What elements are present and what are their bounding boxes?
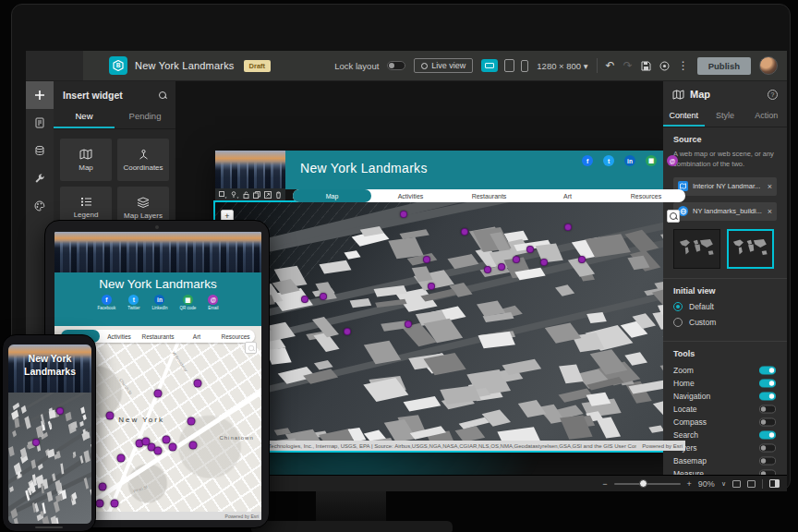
save-button[interactable]	[641, 61, 651, 71]
tab-action[interactable]: Action	[745, 107, 787, 127]
redo-button[interactable]: ↷	[623, 60, 633, 71]
tablet-search-button[interactable]	[245, 342, 257, 354]
canvas-zoom-slider[interactable]	[614, 483, 681, 485]
rail-theme-button[interactable]	[26, 192, 54, 220]
radio-custom[interactable]: Custom	[673, 318, 777, 327]
social-qr-code[interactable]: ▦	[646, 155, 657, 167]
landmark-marker[interactable]	[116, 453, 125, 462]
landmark-marker[interactable]	[189, 441, 198, 449]
landmark-marker[interactable]	[400, 211, 407, 218]
tablet-social-qr-code[interactable]: ▦QR code	[180, 295, 197, 310]
preview-tab-activities[interactable]: Activities	[371, 189, 450, 202]
tool-toggle-compass[interactable]	[759, 417, 776, 426]
landmark-marker[interactable]	[526, 246, 534, 253]
app-preview-desktop[interactable]: New York Landmarks ftin▦@ MapActivitiesR…	[215, 151, 685, 451]
widget-tile-coordinates[interactable]: Coordinates	[117, 139, 169, 181]
landmark-marker[interactable]	[106, 412, 115, 420]
delete-icon[interactable]	[275, 191, 282, 199]
map-widget-selected[interactable]: +− ⌂ HERE, Garmin, GeoTechnologies, Inc.…	[215, 202, 685, 451]
landmark-marker[interactable]	[405, 320, 412, 328]
live-view-button[interactable]: Live view	[414, 58, 473, 73]
unlock-icon[interactable]	[243, 191, 249, 199]
landmark-marker[interactable]	[168, 442, 176, 451]
more-options-button[interactable]: ⋮	[678, 60, 689, 71]
source-item-webscene[interactable]: NY landmarks_buildi... ×	[673, 202, 777, 221]
remove-source-icon[interactable]: ×	[768, 182, 772, 191]
landmark-marker[interactable]	[96, 500, 104, 508]
tool-toggle-basemap[interactable]	[759, 456, 776, 465]
undo-button[interactable]: ↶	[606, 60, 615, 71]
landmark-marker[interactable]	[162, 435, 170, 443]
source-item-webmap[interactable]: Interior NY Landmar... ×	[673, 177, 777, 196]
landmark-marker[interactable]	[461, 228, 468, 236]
preview-tab-map[interactable]: Map	[293, 189, 371, 202]
rail-pages-button[interactable]	[26, 109, 54, 137]
landmark-marker[interactable]	[320, 293, 327, 300]
tool-toggle-search[interactable]	[759, 430, 776, 439]
view-thumbnail-scene-selected[interactable]	[727, 229, 774, 269]
zoom-dropdown-caret[interactable]: ∨	[721, 480, 726, 488]
landmark-marker[interactable]	[564, 224, 572, 231]
landmark-marker[interactable]	[344, 328, 351, 335]
social-linkedin[interactable]: in	[624, 155, 635, 167]
landmark-marker[interactable]	[32, 439, 40, 446]
phone-3d-map[interactable]	[8, 393, 91, 524]
toggle-panel-icon[interactable]	[769, 479, 780, 488]
tool-toggle-zoom[interactable]	[759, 366, 776, 374]
tool-toggle-layers[interactable]	[759, 443, 776, 452]
help-icon[interactable]: ?	[768, 90, 778, 100]
rail-insert-widget-button[interactable]	[26, 81, 54, 109]
tablet-tab-restaurants[interactable]: Restaurants	[139, 330, 177, 343]
tool-toggle-locate[interactable]	[759, 405, 776, 413]
pin-icon[interactable]	[231, 191, 239, 199]
tablet-social-email[interactable]: @Email	[208, 295, 218, 310]
landmark-marker[interactable]	[428, 283, 435, 290]
landmark-marker[interactable]	[513, 256, 520, 263]
user-avatar[interactable]	[759, 56, 778, 75]
landmark-marker[interactable]	[110, 500, 118, 508]
device-phone-button[interactable]	[521, 60, 528, 72]
tablet-tab-resources[interactable]: Resources	[216, 330, 255, 343]
tab-pending[interactable]: Pending	[115, 106, 175, 128]
radio-custom-control[interactable]	[673, 318, 683, 327]
preview-circle-button[interactable]	[659, 61, 670, 71]
lock-layout-toggle[interactable]	[387, 61, 405, 70]
landmark-marker[interactable]	[498, 263, 505, 271]
preview-tab-restaurants[interactable]: Restaurants	[450, 189, 528, 202]
tablet-tab-art[interactable]: Art	[177, 330, 216, 343]
tab-style[interactable]: Style	[705, 107, 746, 127]
move-icon[interactable]	[264, 191, 272, 199]
landmark-marker[interactable]	[578, 256, 586, 263]
fit-to-window-icon[interactable]	[732, 480, 741, 488]
canvas-zoom-level[interactable]: 90%	[698, 479, 715, 489]
landmark-marker[interactable]	[56, 407, 64, 415]
landmark-marker[interactable]	[423, 256, 430, 263]
landmark-marker[interactable]	[154, 390, 163, 398]
resolution-dropdown[interactable]: 1280 × 800 ▾	[537, 61, 587, 71]
widget-search-icon[interactable]	[159, 91, 166, 99]
rail-settings-button[interactable]	[26, 164, 54, 192]
map-search-button[interactable]	[667, 210, 680, 223]
remove-source-icon[interactable]: ×	[768, 207, 772, 216]
experience-builder-logo-icon[interactable]: B	[109, 56, 127, 75]
radio-default[interactable]: Default	[673, 302, 777, 311]
landmark-marker[interactable]	[484, 266, 491, 273]
layout-select-icon[interactable]	[219, 191, 227, 199]
tool-toggle-navigation[interactable]	[759, 392, 776, 400]
landmark-marker[interactable]	[193, 379, 201, 387]
social-twitter[interactable]: t	[603, 155, 614, 167]
tool-toggle-home[interactable]	[759, 379, 776, 387]
radio-default-control[interactable]	[673, 302, 683, 311]
tab-content[interactable]: Content	[663, 107, 705, 127]
widget-tile-map[interactable]: Map	[60, 139, 112, 181]
landmark-marker[interactable]	[154, 446, 163, 454]
tab-new[interactable]: New	[54, 106, 115, 128]
tablet-social-linkedin[interactable]: inLinkedIn	[151, 295, 167, 310]
duplicate-icon[interactable]	[253, 191, 260, 199]
social-facebook[interactable]: f	[582, 155, 593, 167]
landmark-marker[interactable]	[98, 483, 106, 491]
device-tablet-button[interactable]	[504, 59, 514, 72]
social-email[interactable]: @	[667, 155, 678, 167]
tablet-tab-activities[interactable]: Activities	[100, 330, 139, 343]
zoom-out-button[interactable]: −	[602, 479, 607, 489]
